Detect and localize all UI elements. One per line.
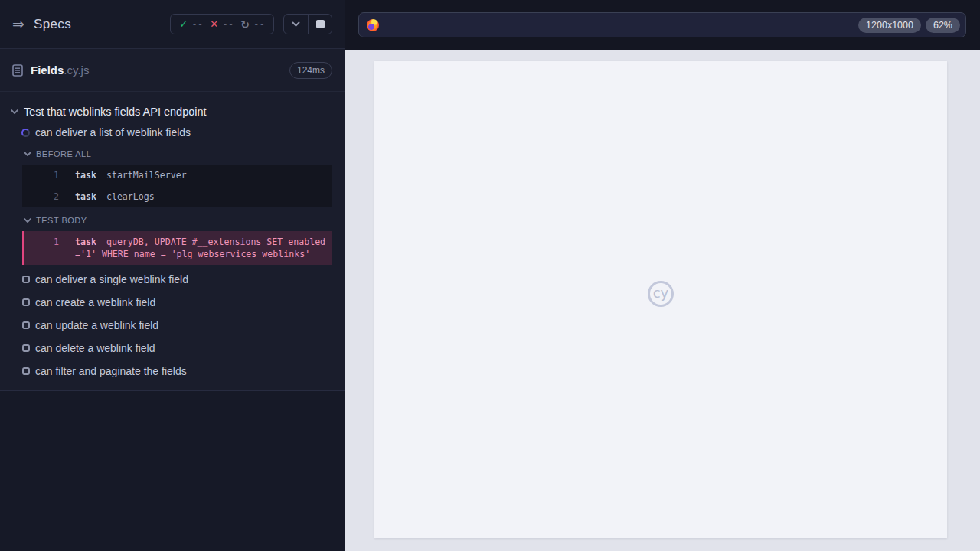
test-title: can update a weblink field: [35, 319, 158, 331]
pending-test-row[interactable]: can update a weblink field: [0, 314, 345, 337]
command-row[interactable]: 1 taskstartMailServer: [22, 165, 332, 186]
command-number: 2: [22, 191, 59, 203]
section-label: TEST BODY: [36, 216, 87, 225]
reporter-header: ⇒ Specs ✓ -- ✕ -- ↻ --: [0, 0, 345, 49]
suite-row[interactable]: Test that weblinks fields API endpoint: [0, 103, 345, 121]
pending-test-icon: [22, 298, 30, 306]
chevron-down-icon: [11, 109, 18, 114]
suite-title: Test that weblinks fields API endpoint: [24, 106, 207, 118]
failed-count: --: [222, 18, 234, 30]
running-test-row[interactable]: can deliver a list of weblink fields: [0, 121, 345, 144]
pending-test-icon: [22, 276, 30, 283]
test-stats: ✓ -- ✕ -- ↻ --: [170, 14, 274, 34]
firefox-icon: [367, 19, 379, 31]
test-tree: Test that weblinks fields API endpoint c…: [0, 92, 345, 383]
spec-header[interactable]: Fields.cy.js 124ms: [0, 49, 345, 92]
pending-test-row[interactable]: can filter and paginate the fields: [0, 360, 345, 383]
command-method: task: [75, 191, 96, 202]
url-input[interactable]: [385, 19, 852, 31]
pending-test-icon: [22, 367, 30, 375]
spec-file-icon: [12, 64, 23, 77]
spec-name: Fields: [31, 64, 64, 77]
command-method: task: [75, 170, 96, 181]
stop-icon: [316, 20, 325, 28]
pending-icon: ↻: [240, 18, 250, 31]
viewport-scale-badge: 62%: [926, 18, 960, 33]
spec-panel: Fields.cy.js 124ms Test that weblinks fi…: [0, 49, 345, 391]
cypress-watermark-icon: cy: [648, 281, 674, 307]
stop-run-button[interactable]: [308, 15, 332, 34]
command-message: clearLogs: [106, 191, 155, 202]
pending-count: --: [253, 18, 265, 30]
spec-duration-badge: 124ms: [289, 62, 332, 79]
test-title: can filter and paginate the fields: [35, 365, 187, 377]
pending-test-row[interactable]: can deliver a single weblink field: [0, 268, 345, 291]
test-title: can deliver a single weblink field: [35, 273, 188, 285]
specs-title: Specs: [34, 17, 71, 32]
run-controls: [283, 14, 332, 34]
failed-icon: ✕: [210, 18, 218, 30]
section-label: BEFORE ALL: [36, 149, 91, 158]
specs-list-toggle-icon[interactable]: ⇒: [12, 17, 24, 31]
command-message: queryDB, UPDATE #__extensions SET enable…: [75, 236, 325, 259]
chevron-down-icon: [24, 152, 31, 156]
stat-failed: ✕ --: [210, 18, 234, 30]
passed-count: --: [191, 18, 203, 30]
test-title: can delete a weblink field: [35, 342, 155, 354]
testing-preferences-button[interactable]: [284, 15, 308, 34]
url-bar[interactable]: 1200x1000 62%: [358, 12, 966, 37]
reporter-sidebar: ⇒ Specs ✓ -- ✕ -- ↻ --: [0, 0, 345, 551]
spec-extension: .cy.js: [64, 64, 89, 77]
stat-passed: ✓ --: [179, 18, 203, 30]
pending-test-icon: [22, 344, 30, 352]
stat-pending: ↻ --: [240, 18, 265, 31]
before-all-section-row[interactable]: BEFORE ALL: [0, 144, 345, 163]
runner-pane: 1200x1000 62% cy: [345, 0, 980, 551]
aut-area: cy: [345, 50, 980, 551]
test-body-command-list: 1 taskqueryDB, UPDATE #__extensions SET …: [22, 231, 332, 265]
pending-test-icon: [22, 321, 30, 329]
command-number: 1: [22, 169, 59, 181]
command-row-highlighted[interactable]: 1 taskqueryDB, UPDATE #__extensions SET …: [22, 231, 332, 265]
chevron-down-icon: [292, 21, 300, 27]
command-method: task: [75, 236, 96, 247]
test-body-section-row[interactable]: TEST BODY: [0, 210, 345, 230]
passed-icon: ✓: [179, 18, 188, 30]
viewport-size-badge: 1200x1000: [858, 18, 921, 33]
running-spinner-icon: [21, 129, 30, 137]
command-row[interactable]: 2 taskclearLogs: [22, 186, 332, 207]
chevron-down-icon: [24, 218, 31, 223]
test-title: can deliver a list of weblink fields: [35, 126, 191, 139]
aut-viewport[interactable]: cy: [374, 61, 947, 538]
pending-test-row[interactable]: can create a weblink field: [0, 291, 345, 314]
pending-test-row[interactable]: can delete a weblink field: [0, 337, 345, 360]
runner-header: 1200x1000 62%: [345, 0, 980, 50]
before-all-command-list: 1 taskstartMailServer 2 taskclearLogs: [22, 165, 332, 207]
command-message: startMailServer: [106, 170, 187, 181]
test-title: can create a weblink field: [35, 296, 155, 308]
command-number: 1: [24, 236, 59, 260]
